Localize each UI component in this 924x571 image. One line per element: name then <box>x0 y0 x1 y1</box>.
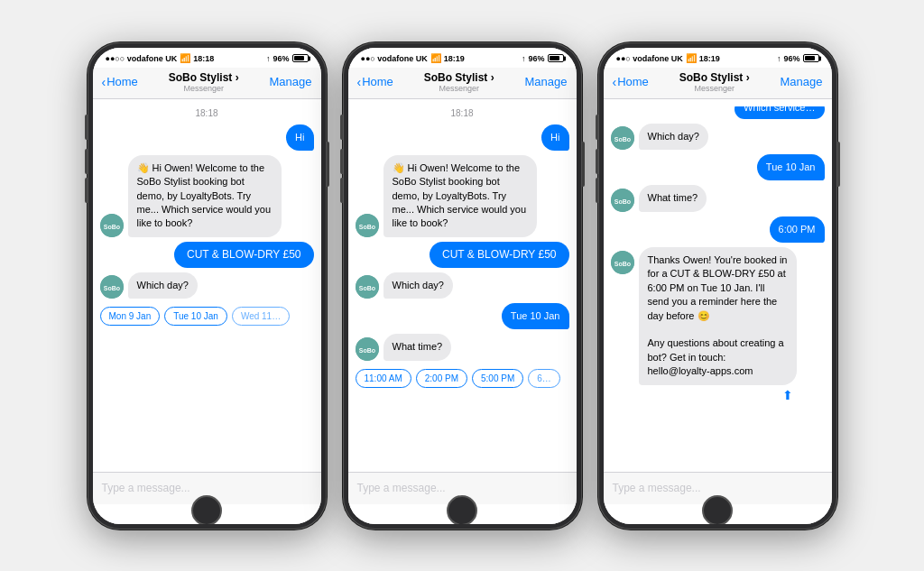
nav-bar-3: ‹ Home SoBo Stylist › Messenger Manage <box>604 68 832 99</box>
nav-subtitle-2: Messenger <box>424 84 494 93</box>
quick-replies-2: 11:00 AM 2:00 PM 5:00 PM 6… <box>356 365 569 390</box>
phones-container: ●●○○ vodafone UK 📶 18:18 ↑ 96% ‹ Home So… <box>69 24 855 548</box>
bubble-whichday-2: Which day? <box>383 272 453 299</box>
battery-pct-1: 96% <box>273 54 289 63</box>
back-chevron-1: ‹ <box>102 75 106 89</box>
battery-pct-2: 96% <box>528 54 544 63</box>
nav-subtitle-1: Messenger <box>169 84 239 93</box>
back-btn-1[interactable]: ‹ Home <box>102 75 138 89</box>
arrow-3: ↑ <box>777 54 781 63</box>
battery-1 <box>292 54 309 62</box>
home-area-2 <box>348 504 577 524</box>
bubble-whichday-1: Which day? <box>128 272 198 299</box>
phone-1: ●●○○ vodafone UK 📶 18:18 ↑ 96% ‹ Home So… <box>88 42 327 530</box>
input-placeholder-3[interactable]: Type a message... <box>613 482 823 494</box>
input-placeholder-1[interactable]: Type a message... <box>102 482 312 494</box>
back-btn-2[interactable]: ‹ Home <box>357 75 393 89</box>
time-label-2: 18:18 <box>356 108 569 118</box>
manage-btn-1[interactable]: Manage <box>270 75 312 88</box>
nav-title-3: SoBo Stylist › <box>679 71 750 84</box>
msg-welcome-2: SoBo 👋 Hi Owen! Welcome to the SoBo Styl… <box>356 155 569 237</box>
msg-whattime-2: SoBo What time? <box>356 334 569 360</box>
msg-6pm-3: 6:00 PM <box>611 216 825 243</box>
bubble-whichday-3: Which day? <box>639 124 708 150</box>
back-chevron-3: ‹ <box>613 75 617 89</box>
nav-title-1: SoBo Stylist › <box>169 71 239 84</box>
home-area-3 <box>604 504 832 524</box>
carrier-2: ●●○ vodafone UK <box>361 54 428 63</box>
status-left-3: ●●○ vodafone UK 📶 18:19 <box>616 53 720 63</box>
back-label-3[interactable]: Home <box>617 75 649 88</box>
chat-area-3: Which service… SoBo Which day? Tue 10 Ja… <box>604 99 832 472</box>
svg-text:SoBo: SoBo <box>614 198 630 205</box>
avatar-2b: SoBo <box>356 275 379 299</box>
manage-btn-3[interactable]: Manage <box>781 75 823 88</box>
bubble-tue-2: Tue 10 Jan <box>502 303 569 329</box>
battery-pct-3: 96% <box>783 54 799 63</box>
avatar-3a: SoBo <box>611 126 634 150</box>
qr-5pm-2[interactable]: 5:00 PM <box>472 369 523 388</box>
status-bar-1: ●●○○ vodafone UK 📶 18:18 ↑ 96% <box>93 48 321 68</box>
nav-title-2: SoBo Stylist › <box>424 71 494 84</box>
qr-mon-1[interactable]: Mon 9 Jan <box>100 307 161 326</box>
qr-more-2[interactable]: 6… <box>528 369 560 388</box>
chat-area-1: 18:18 Hi SoBo 👋 Hi Owen! Welcome to the … <box>93 99 321 472</box>
battery-3 <box>803 54 819 62</box>
wifi-2: 📶 <box>430 53 441 63</box>
nav-center-1: SoBo Stylist › Messenger <box>169 71 239 93</box>
avatar-3c: SoBo <box>611 251 634 274</box>
msg-hi-2: Hi <box>356 124 569 151</box>
input-placeholder-2[interactable]: Type a message... <box>357 482 568 494</box>
time-1: 18:18 <box>193 54 214 63</box>
wifi-3: 📶 <box>686 53 697 63</box>
nav-bar-2: ‹ Home SoBo Stylist › Messenger Manage <box>348 68 577 99</box>
bubble-hi-2: Hi <box>541 124 568 151</box>
qr-11am-2[interactable]: 11:00 AM <box>356 369 411 388</box>
quick-replies-1: Mon 9 Jan Tue 10 Jan Wed 11… <box>100 303 314 327</box>
bubble-whattime-3: What time? <box>639 185 707 211</box>
msg-action-1: CUT & BLOW-DRY £50 <box>100 242 314 268</box>
qr-wed-1[interactable]: Wed 11… <box>232 307 290 326</box>
carrier-3: ●●○ vodafone UK <box>616 54 683 63</box>
nav-center-3: SoBo Stylist › Messenger <box>679 71 750 93</box>
home-btn-3[interactable] <box>702 495 733 524</box>
status-left-2: ●●○ vodafone UK 📶 18:19 <box>361 53 465 63</box>
nav-center-2: SoBo Stylist › Messenger <box>424 71 494 93</box>
status-left-1: ●●○○ vodafone UK 📶 18:18 <box>106 53 215 63</box>
svg-text:SoBo: SoBo <box>358 285 374 291</box>
home-btn-1[interactable] <box>191 495 222 524</box>
avatar-3b: SoBo <box>611 189 634 212</box>
msg-whattime-3: SoBo What time? <box>611 185 825 211</box>
svg-text:SoBo: SoBo <box>358 224 374 230</box>
bubble-welcome-1: 👋 Hi Owen! Welcome to the SoBo Stylist b… <box>128 155 282 237</box>
msg-tue-3: Tue 10 Jan <box>611 154 825 180</box>
phone-3: ●●○ vodafone UK 📶 18:19 ↑ 96% ‹ Home SoB… <box>598 42 837 530</box>
qr-tue-1[interactable]: Tue 10 Jan <box>164 307 227 326</box>
status-right-3: ↑ 96% <box>777 54 819 63</box>
avatar-1b: SoBo <box>100 275 124 299</box>
back-label-2[interactable]: Home <box>362 75 393 88</box>
back-label-1[interactable]: Home <box>106 75 138 88</box>
msg-hi-1: Hi <box>100 124 314 151</box>
msg-whichday-3: SoBo Which day? <box>611 124 825 150</box>
carrier-1: ●●○○ vodafone UK <box>106 54 178 63</box>
avatar-2: SoBo <box>356 214 379 237</box>
back-btn-3[interactable]: ‹ Home <box>613 75 649 89</box>
qr-2pm-2[interactable]: 2:00 PM <box>416 369 467 388</box>
bubble-confirm-3: Thanks Owen! You're booked in for a CUT … <box>639 247 797 385</box>
time-3: 18:19 <box>699 54 720 63</box>
bubble-whattime-2: What time? <box>383 334 452 360</box>
bubble-action-1[interactable]: CUT & BLOW-DRY £50 <box>174 242 314 268</box>
home-btn-2[interactable] <box>447 495 477 524</box>
manage-btn-2[interactable]: Manage <box>525 75 568 88</box>
bubble-action-2[interactable]: CUT & BLOW-DRY £50 <box>430 242 569 268</box>
bubble-6pm-3: 6:00 PM <box>770 216 825 243</box>
time-2: 18:19 <box>444 54 465 63</box>
svg-text:SoBo: SoBo <box>358 347 374 354</box>
avatar-2c: SoBo <box>356 337 379 361</box>
msg-action-2: CUT & BLOW-DRY £50 <box>356 242 569 268</box>
share-icon-3[interactable]: ⬆ <box>782 388 793 402</box>
home-area-1 <box>93 504 321 524</box>
status-right-1: ↑ 96% <box>266 54 309 63</box>
nav-subtitle-3: Messenger <box>679 84 750 93</box>
